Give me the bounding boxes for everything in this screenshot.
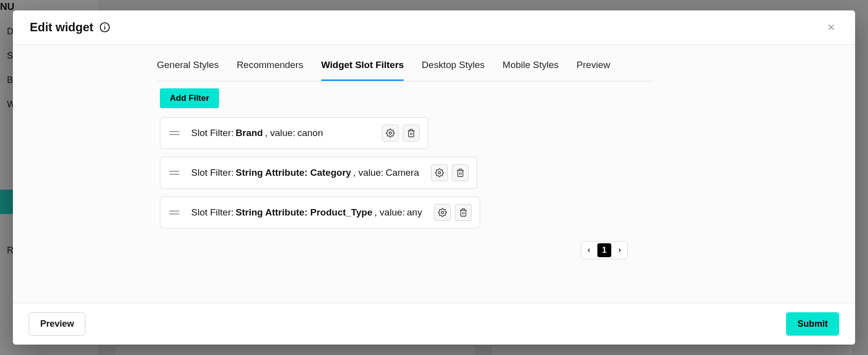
filter-value: Camera [385,167,419,178]
modal-content: General Styles Recommenders Widget Slot … [157,52,653,259]
filter-row: Slot Filter: String Attribute: Product_T… [160,197,480,228]
tab-preview[interactable]: Preview [577,52,610,81]
preview-button[interactable]: Preview [29,312,85,336]
submit-button[interactable]: Submit [786,312,839,336]
filter-value-prefix: , value: [353,167,383,178]
tab-recommenders[interactable]: Recommenders [237,52,303,81]
tab-general-styles[interactable]: General Styles [157,52,219,81]
filter-attribute: String Attribute: Product_Type [236,207,373,218]
filter-prefix: Slot Filter: [191,128,234,139]
tab-widget-slot-filters[interactable]: Widget Slot Filters [321,52,404,81]
delete-filter-button[interactable] [452,164,469,181]
modal-header-left: Edit widget [30,20,110,34]
edit-filter-button[interactable] [434,204,451,221]
filter-attribute: Brand [236,128,263,139]
modal-tabs: General Styles Recommenders Widget Slot … [157,52,653,81]
filter-row-actions [382,125,420,142]
filter-value: canon [297,128,323,139]
filter-value-prefix: , value: [265,128,295,139]
edit-widget-modal: Edit widget General Styles Recommenders … [13,10,855,345]
edit-filter-button[interactable] [382,125,399,142]
tab-desktop-styles[interactable]: Desktop Styles [422,52,485,81]
modal-title: Edit widget [30,20,93,34]
filter-list: Slot Filter: Brand , value: canon [160,117,653,228]
filter-prefix: Slot Filter: [191,207,234,218]
delete-filter-button[interactable] [403,125,420,142]
modal-footer: Preview Submit [13,303,855,345]
info-icon[interactable] [99,22,110,33]
filter-text: Slot Filter: String Attribute: Product_T… [191,207,422,218]
filter-row-actions [434,204,472,221]
drag-handle-icon[interactable] [169,130,179,137]
tab-mobile-styles[interactable]: Mobile Styles [503,52,559,81]
filter-value: any [407,207,422,218]
filter-row-actions [431,164,469,181]
filter-text: Slot Filter: String Attribute: Category … [191,167,419,178]
drag-handle-icon[interactable] [169,209,179,216]
filter-text: Slot Filter: Brand , value: canon [191,128,323,139]
filter-attribute: String Attribute: Category [236,167,352,178]
edit-filter-button[interactable] [431,164,448,181]
filter-row: Slot Filter: String Attribute: Category … [160,157,477,189]
filter-value-prefix: , value: [374,207,405,218]
filter-row: Slot Filter: Brand , value: canon [160,117,428,149]
modal-header: Edit widget [13,10,855,45]
filter-prefix: Slot Filter: [191,167,234,178]
svg-point-19 [441,212,444,214]
close-button[interactable] [824,20,838,34]
modal-body: General Styles Recommenders Widget Slot … [13,45,855,303]
svg-point-16 [438,172,441,174]
pagination: 1 [581,241,628,259]
svg-point-13 [389,132,392,135]
delete-filter-button[interactable] [455,204,472,221]
svg-point-8 [104,25,105,26]
add-filter-button[interactable]: Add Filter [160,88,219,108]
pagination-prev-button[interactable] [581,242,596,259]
pagination-current-page[interactable]: 1 [597,243,611,257]
drag-handle-icon[interactable] [169,169,179,176]
pagination-next-button[interactable] [612,242,627,259]
